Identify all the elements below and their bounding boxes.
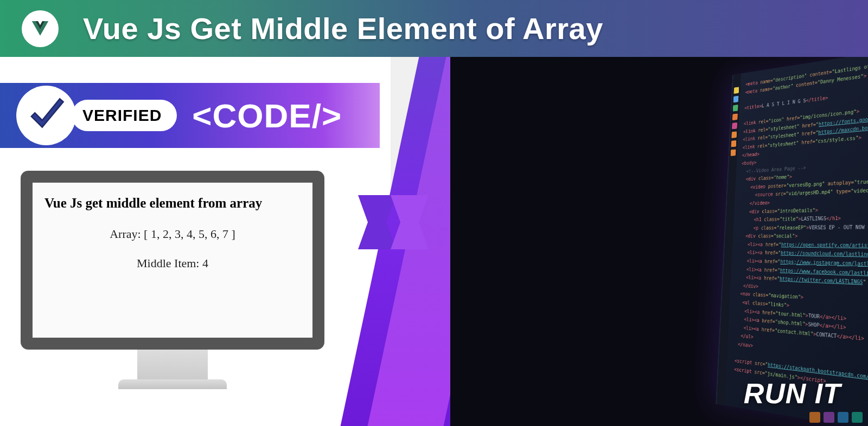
monitor-stand [137, 350, 208, 379]
taskbar-icons [809, 412, 863, 423]
code-editor-window: <meta name="description" content="Lastli… [716, 57, 868, 426]
monitor-screen: Vue Js get middle element from array Arr… [21, 171, 324, 350]
vue-logo-icon [22, 10, 59, 47]
verified-label: VERIFIED [72, 100, 177, 131]
monitor-mockup: Vue Js get middle element from array Arr… [21, 171, 324, 389]
run-it-button[interactable]: RUN IT [744, 377, 841, 410]
chevron-accent-icon [358, 195, 434, 249]
code-line: <p class="releaseEP">VERSES EP - OUT NOW… [736, 222, 868, 233]
demo-array-line: Array: [ 1, 2, 3, 4, 5, 6, 7 ] [42, 227, 303, 241]
monitor-base [118, 379, 227, 389]
code-line: <div class="social"> [735, 231, 868, 241]
header-bar: Vue Js Get Middle Element of Array [0, 0, 868, 57]
demo-output: Vue Js get middle element from array Arr… [33, 183, 312, 338]
demo-middle-line: Middle Item: 4 [42, 256, 303, 270]
code-editor-panel: <meta name="description" content="Lastli… [450, 57, 868, 426]
page-title: Vue Js Get Middle Element of Array [83, 11, 603, 46]
demo-heading: Vue Js get middle element from array [42, 196, 303, 211]
verified-check-icon [16, 86, 76, 145]
